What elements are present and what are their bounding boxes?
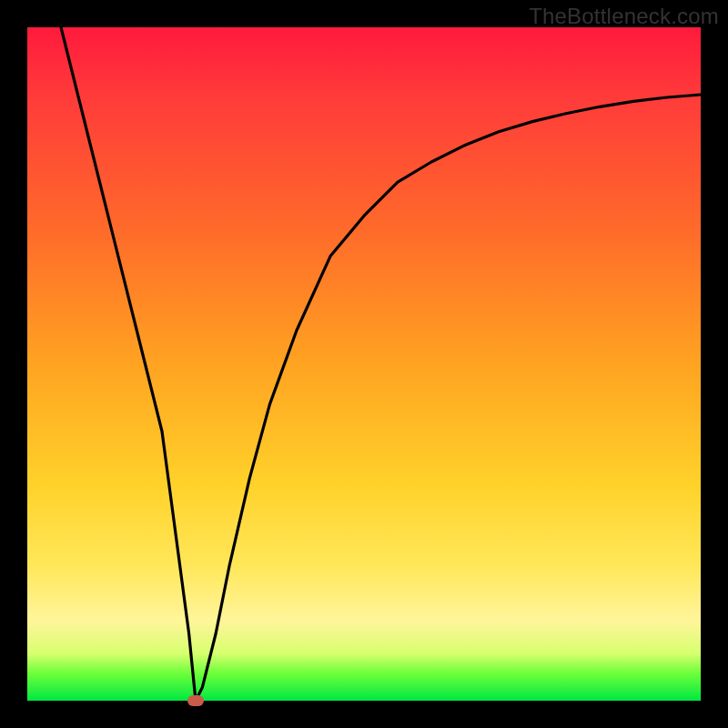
bottleneck-curve — [27, 27, 701, 701]
plot-area — [27, 27, 701, 701]
minimum-marker — [187, 695, 204, 706]
watermark-text: TheBottleneck.com — [529, 4, 719, 29]
chart-frame: TheBottleneck.com — [0, 0, 728, 728]
